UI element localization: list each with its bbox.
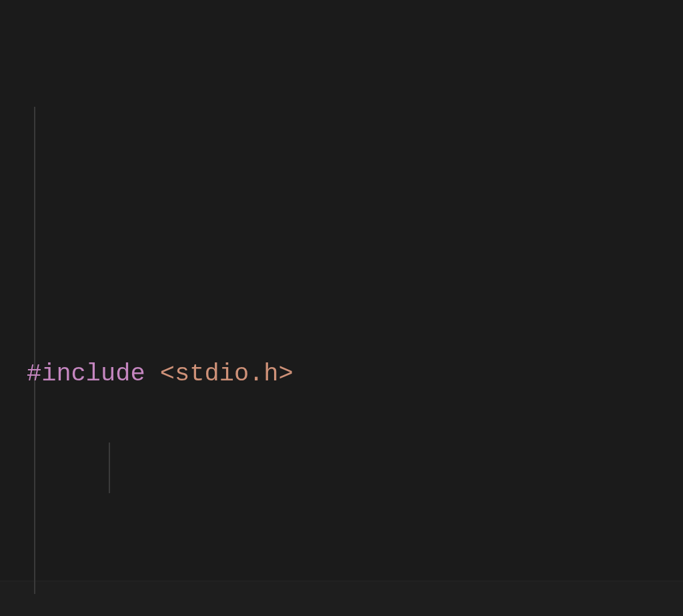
code-line-blank <box>27 542 683 590</box>
indent-guide-2 <box>109 442 110 493</box>
token-preprocessor: #include <box>27 360 145 388</box>
token-angle-open: < <box>160 360 175 388</box>
token-header-name: stdio.h <box>175 360 278 388</box>
code-line: #include <stdio.h> <box>27 350 683 398</box>
token-space <box>145 360 160 388</box>
code-editor[interactable]: #include <stdio.h> int main(){ int a = 0… <box>0 0 683 616</box>
token-angle-close: > <box>279 360 293 388</box>
